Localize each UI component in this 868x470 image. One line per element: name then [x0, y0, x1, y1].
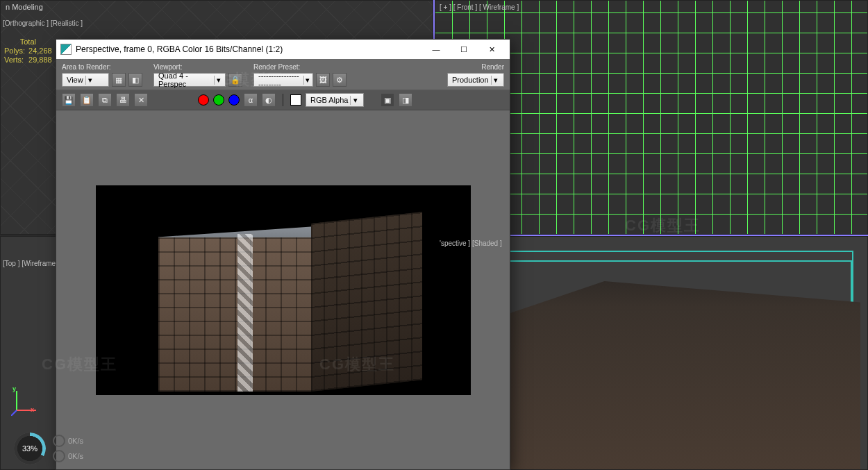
- upload-rate: 0K/s: [68, 437, 83, 445]
- perf-gauge[interactable]: 33%: [14, 433, 46, 464]
- viewport-select-label: Viewport:: [153, 63, 242, 71]
- channel-dropdown[interactable]: RGB Alpha▾: [306, 93, 364, 107]
- rendered-image: [96, 185, 471, 395]
- chevron-down-icon: ▾: [350, 96, 360, 105]
- polys-label: Polys:: [4, 47, 26, 56]
- channel-red-button[interactable]: [198, 94, 209, 106]
- download-gauge-icon: [53, 450, 65, 462]
- perf-percent: 33%: [22, 444, 37, 453]
- lock-viewport-button[interactable]: 🔒: [228, 73, 242, 87]
- axis-y-label: y: [12, 385, 16, 392]
- save-image-button[interactable]: 💾: [62, 93, 76, 107]
- building-render: [158, 206, 422, 392]
- mono-channel-button[interactable]: ◐: [262, 93, 276, 107]
- axis-gizmo[interactable]: y x: [11, 388, 39, 416]
- orthographic-label: [Orthographic ] [Realistic ]: [3, 19, 83, 27]
- auto-region-button[interactable]: ◧: [128, 73, 142, 87]
- environment-button[interactable]: 🖼: [316, 73, 330, 87]
- chevron-down-icon: ▾: [214, 76, 223, 85]
- polys-value: 24,268: [28, 47, 52, 55]
- upload-gauge-icon: [53, 435, 65, 447]
- app-icon: [60, 44, 72, 55]
- alpha-channel-button[interactable]: α: [244, 93, 258, 107]
- top-viewport-label: [Top ] [Wireframe: [3, 260, 56, 267]
- toggle-overlay-button[interactable]: ▣: [381, 93, 394, 107]
- chevron-down-icon: ▾: [85, 76, 95, 85]
- clear-button[interactable]: ✕: [134, 93, 148, 107]
- viewport-perspective-label: 'spective ] [Shaded ]: [440, 240, 502, 247]
- channel-green-button[interactable]: [213, 94, 224, 106]
- render-window-title: Perspective, frame 0, RGBA Color 16 Bits…: [76, 44, 422, 54]
- area-to-render-dropdown[interactable]: View▾: [62, 73, 109, 87]
- stats-header: Total: [4, 37, 52, 47]
- render-titlebar[interactable]: Perspective, frame 0, RGBA Color 16 Bits…: [56, 40, 510, 59]
- render-preset-dropdown[interactable]: -------------------------▾: [253, 73, 313, 87]
- area-to-render-label: Area to Render:: [62, 63, 142, 71]
- print-button[interactable]: 🖶: [116, 93, 130, 107]
- clone-button[interactable]: ⧉: [98, 93, 112, 107]
- close-button[interactable]: ✕: [478, 40, 506, 59]
- render-toolbar-bottom: 💾 📋 ⧉ 🖶 ✕ α ◐ RGB Alpha▾ ▣ ◨: [56, 90, 510, 110]
- maximize-button[interactable]: ☐: [450, 40, 478, 59]
- edit-region-button[interactable]: ▦: [112, 73, 126, 87]
- render-canvas-area[interactable]: [56, 110, 510, 469]
- scene-statistics: Total Polys: 24,268 Verts: 29,888: [4, 37, 52, 65]
- toggle-ui-button[interactable]: ◨: [399, 93, 412, 107]
- chevron-down-icon: ▾: [491, 76, 501, 85]
- minimize-button[interactable]: ―: [422, 40, 450, 59]
- download-rate: 0K/s: [68, 452, 83, 460]
- toolbar-divider: [283, 94, 283, 106]
- render-button-label: Render: [447, 63, 504, 71]
- render-preset-label: Render Preset:: [253, 63, 347, 71]
- ribbon-fragment: n Modeling: [0, 0, 49, 14]
- render-setup-button[interactable]: ⚙: [333, 73, 347, 87]
- channel-blue-button[interactable]: [228, 94, 240, 106]
- color-swatch-white[interactable]: [290, 94, 301, 106]
- render-frame-window[interactable]: Perspective, frame 0, RGBA Color 16 Bits…: [56, 39, 510, 470]
- viewport-front-label: [ + ] [ Front ] [ Wireframe ]: [440, 3, 519, 11]
- viewport-dropdown[interactable]: Quad 4 - Perspec▾: [153, 73, 226, 87]
- production-dropdown[interactable]: Production▾: [447, 73, 504, 87]
- verts-value: 29,888: [28, 56, 52, 64]
- render-toolbar-top: Area to Render: View▾ ▦ ◧ Viewport: Quad…: [56, 59, 510, 90]
- verts-label: Verts:: [4, 56, 26, 65]
- chevron-down-icon: ▾: [303, 76, 310, 85]
- svg-line-2: [11, 410, 17, 416]
- copy-image-button[interactable]: 📋: [80, 93, 94, 107]
- performance-widget: 33% 0K/s 0K/s: [14, 433, 83, 464]
- axis-x-label: x: [31, 406, 34, 413]
